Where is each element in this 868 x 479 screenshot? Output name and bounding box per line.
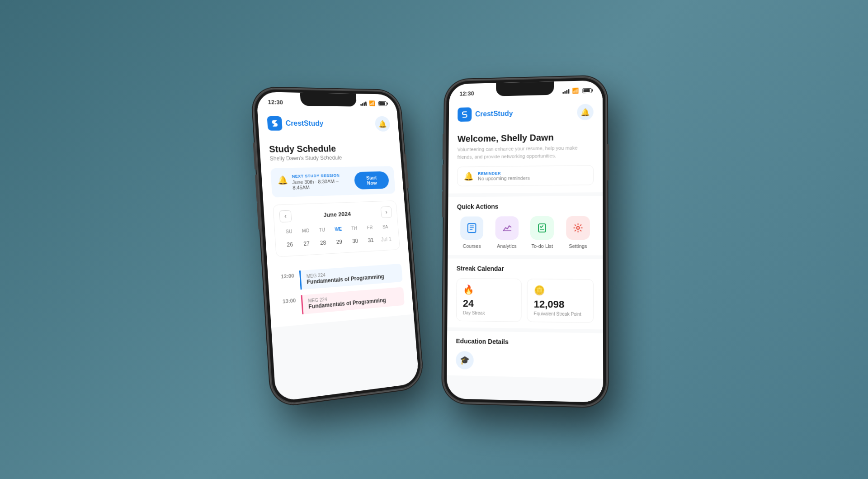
status-icons-right: 📶 <box>562 87 591 94</box>
right-screen-content: CrestStudy 🔔 Welcome, Shelly Dawn Volunt… <box>447 98 603 403</box>
streak-day-label: Day Streak <box>463 310 515 316</box>
reminder-bell-icon: 🔔 <box>464 171 474 181</box>
streak-point-label: Equivalent Streak Point <box>534 311 587 317</box>
cal-date-27[interactable]: 27 <box>298 237 315 249</box>
education-title: Education Details <box>456 337 594 346</box>
day-wed: WE <box>330 225 347 233</box>
logo-area-left: CrestStudy <box>267 116 324 130</box>
calendar-dates: 26 27 28 29 30 31 Jul 1 <box>281 233 395 251</box>
streak-section: Streak Calendar 🔥 24 Day Streak 🪙 12,098… <box>447 258 603 329</box>
welcome-title: Welcome, Shelly Dawn <box>458 132 594 144</box>
todo-label: To-do List <box>531 243 553 249</box>
logo-text-right: CrestStudy <box>475 109 513 118</box>
schedule-card-pink[interactable]: MEG 224 Fundamentals of Programming <box>301 287 405 314</box>
streak-card-days: 🔥 24 Day Streak <box>456 278 522 322</box>
notification-bell-left[interactable]: 🔔 <box>375 116 391 131</box>
cal-date-28[interactable]: 28 <box>315 237 332 248</box>
cal-date-jul1[interactable]: Jul 1 <box>378 233 394 245</box>
cal-date-26[interactable]: 26 <box>281 238 299 251</box>
start-now-button[interactable]: Start Now <box>354 171 389 189</box>
coin-icon: 🪙 <box>534 285 587 296</box>
schedule-item-1300: 13:00 MEG 224 Fundamentals of Programmin… <box>279 287 405 316</box>
session-info: 🔔 NEXT STUDY SESSION June 30th · 8:30AM … <box>277 173 355 191</box>
calendar-month: June 2024 <box>323 210 351 218</box>
action-settings[interactable]: Settings <box>562 216 594 249</box>
streak-title: Streak Calendar <box>457 265 594 272</box>
battery-icon-left <box>378 101 387 106</box>
action-todo[interactable]: To-do List <box>527 216 558 248</box>
quick-actions-title: Quick Actions <box>457 202 594 210</box>
courses-icon-box <box>460 216 483 240</box>
cal-date-30[interactable]: 30 <box>347 235 363 247</box>
page-content-left: Study Schedule Shelly Dawn's Study Sched… <box>259 136 410 272</box>
session-bell-icon: 🔔 <box>277 175 288 185</box>
schedule-time-1200: 12:00 <box>277 271 295 291</box>
action-courses[interactable]: Courses <box>457 216 487 248</box>
logo-area-right: CrestStudy <box>458 106 513 122</box>
wifi-icon-left: 📶 <box>369 100 376 106</box>
notch-left <box>300 92 357 106</box>
welcome-subtitle: Volunteering can enhance your resume, he… <box>458 144 594 161</box>
app-logo-right <box>458 107 472 122</box>
streak-grid: 🔥 24 Day Streak 🪙 12,098 Equivalent Stre… <box>456 278 594 323</box>
app-header-right: CrestStudy 🔔 <box>449 98 603 128</box>
day-thu: TH <box>346 224 362 232</box>
quick-actions-grid: Courses Analytics <box>457 216 594 249</box>
day-sun: SU <box>280 227 297 236</box>
svg-rect-1 <box>538 223 546 232</box>
education-section: Education Details 🎓 <box>447 331 603 379</box>
education-icon: 🎓 <box>456 351 474 369</box>
prev-month-button[interactable]: ‹ <box>279 210 292 222</box>
flame-icon: 🔥 <box>463 284 515 295</box>
day-mon: MO <box>297 226 314 235</box>
settings-icon-box <box>566 216 590 239</box>
notch-right <box>496 81 554 96</box>
app-header-left: CrestStudy 🔔 <box>257 109 399 137</box>
battery-icon-right <box>582 88 591 93</box>
todo-icon-box <box>530 216 554 239</box>
reminder-banner: 🔔 REMINDER No upcoming reminders <box>457 165 594 186</box>
left-phone-screen: 12:30 📶 <box>256 91 420 402</box>
app-logo-left <box>267 116 283 130</box>
wifi-icon-right: 📶 <box>572 87 579 94</box>
cal-date-31[interactable]: 31 <box>363 234 379 246</box>
left-screen-content: CrestStudy 🔔 Study Schedule Shelly Dawn'… <box>257 109 419 402</box>
reminder-label: REMINDER <box>478 171 530 175</box>
calendar-nav: ‹ June 2024 › <box>279 206 392 223</box>
status-time-right: 12:30 <box>459 90 474 96</box>
notification-bell-right[interactable]: 🔔 <box>577 104 593 120</box>
page-subtitle-left: Shelly Dawn's Study Schedule <box>269 154 393 161</box>
right-phone: 12:30 📶 <box>443 76 607 406</box>
settings-label: Settings <box>569 243 587 249</box>
calendar-section: ‹ June 2024 › SU MO TU WE TH FR SA <box>273 200 400 257</box>
session-label: NEXT STUDY SESSION <box>292 173 354 179</box>
streak-day-count: 24 <box>463 298 515 310</box>
next-month-button[interactable]: › <box>381 206 392 218</box>
welcome-section: Welcome, Shelly Dawn Volunteering can en… <box>448 125 603 193</box>
phones-container: 12:30 📶 <box>262 77 606 403</box>
day-tue: TU <box>314 226 330 234</box>
analytics-icon-box <box>495 216 519 240</box>
calendar-days-header: SU MO TU WE TH FR SA <box>280 223 393 236</box>
next-session-card: 🔔 NEXT STUDY SESSION June 30th · 8:30AM … <box>270 166 396 197</box>
schedule-time-1300: 13:00 <box>279 295 297 316</box>
streak-point-count: 12,098 <box>534 298 587 311</box>
signal-icon-right <box>562 88 569 94</box>
schedule-list: 12:00 MEG 224 Fundamentals of Programmin… <box>268 263 414 327</box>
reminder-text: No upcoming reminders <box>478 175 530 181</box>
left-phone: 12:30 📶 <box>252 88 423 406</box>
cal-date-29[interactable]: 29 <box>331 236 348 248</box>
analytics-label: Analytics <box>497 243 517 248</box>
quick-actions-section: Quick Actions Courses <box>448 196 603 255</box>
streak-card-points: 🪙 12,098 Equivalent Streak Point <box>527 279 594 323</box>
status-icons-left: 📶 <box>360 100 387 106</box>
svg-point-2 <box>576 226 579 229</box>
action-analytics[interactable]: Analytics <box>491 216 522 249</box>
status-time-left: 12:30 <box>268 98 283 105</box>
logo-text-left: CrestStudy <box>285 119 324 128</box>
right-phone-screen: 12:30 📶 <box>447 80 603 403</box>
page-title-left: Study Schedule <box>269 143 392 155</box>
day-fri: FR <box>362 223 378 232</box>
signal-icon-left <box>360 100 367 106</box>
day-sat: SA <box>377 223 393 231</box>
